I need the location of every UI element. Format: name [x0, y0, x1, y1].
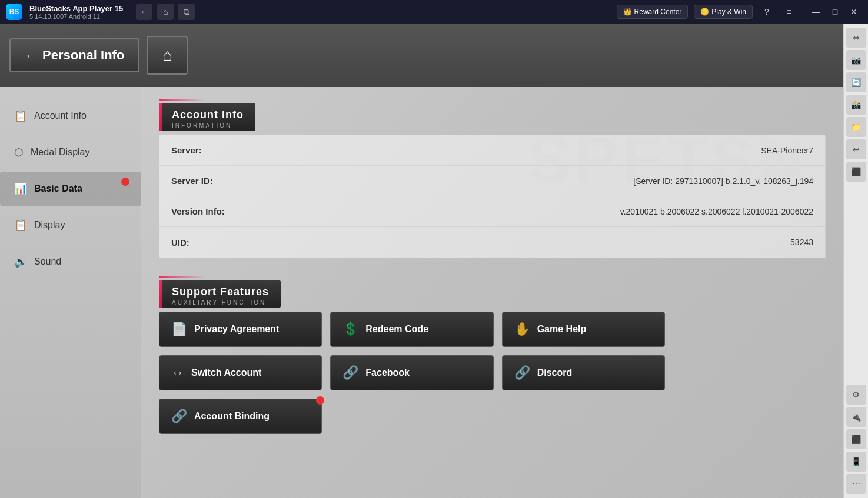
version-info-label: Version Info: — [171, 206, 265, 216]
discord-button[interactable]: 🔗 Discord — [502, 355, 665, 390]
right-sidebar-btn-4[interactable]: 📸 — [846, 95, 866, 115]
uid-label: UID: — [171, 238, 265, 248]
discord-label: Discord — [537, 367, 573, 378]
display-icon: 📋 — [14, 219, 27, 232]
server-value: SEA-Pioneer7 — [265, 146, 813, 155]
close-button[interactable]: ✕ — [846, 4, 862, 20]
sidebar-item-label: Account Info — [34, 111, 87, 121]
privacy-agreement-icon: 📄 — [171, 322, 187, 337]
right-sidebar-btn-9[interactable]: 🔌 — [846, 407, 866, 427]
minimize-button[interactable]: — — [808, 4, 824, 20]
app-name: BlueStacks App Player 15 — [29, 4, 123, 13]
app-logo: BS — [6, 4, 22, 20]
support-features-title-box: Support Features AUXILIARY FUNCTION — [162, 280, 281, 308]
play-win-button[interactable]: 🪙 Play & Win — [694, 5, 753, 19]
right-sidebar-btn-5[interactable]: 📁 — [846, 117, 866, 137]
top-bar: ← Personal Info ⌂ — [0, 24, 843, 87]
version-info-value: v.2010021 b.2006022 s.2006022 l.2010021-… — [265, 207, 813, 216]
sidebar-item-label: Sound — [34, 256, 61, 267]
right-sidebar-btn-3[interactable]: 🔄 — [846, 72, 866, 92]
right-sidebar-btn-2[interactable]: 📷 — [846, 50, 866, 70]
game-help-button[interactable]: ✋ Game Help — [502, 312, 665, 347]
account-binding-button[interactable]: 🔗 Account Binding — [159, 399, 322, 434]
server-label: Server: — [171, 145, 265, 155]
account-binding-label: Account Binding — [194, 411, 270, 422]
nav-copy-button[interactable]: ⧉ — [178, 4, 195, 20]
title-bar: BS BlueStacks App Player 15 5.14.10.1007… — [0, 0, 868, 24]
right-sidebar-btn-12[interactable]: ⋯ — [846, 474, 866, 494]
nav-back-button[interactable]: ← — [136, 4, 152, 20]
facebook-label: Facebook — [365, 367, 410, 378]
sidebar-item-display[interactable]: 📋 Display — [0, 208, 141, 242]
back-arrow-icon: ← — [25, 49, 36, 62]
main-area: ← Personal Info ⌂ 📋 Account Info ⬡ Medal… — [0, 24, 843, 498]
facebook-button[interactable]: 🔗 Facebook — [330, 355, 493, 390]
personal-info-title: Personal Info — [42, 48, 124, 63]
sidebar-item-label: Medal Display — [31, 147, 89, 158]
basic-data-badge — [121, 178, 129, 186]
right-sidebar-btn-7[interactable]: ⬛ — [846, 162, 866, 182]
game-help-label: Game Help — [537, 324, 587, 335]
sidebar-item-medal-display[interactable]: ⬡ Medal Display — [0, 135, 141, 169]
switch-account-icon: ↔ — [171, 365, 184, 380]
game-help-icon: ✋ — [514, 322, 530, 337]
sound-icon: 🔊 — [14, 255, 27, 268]
uid-row: UID: 53243 — [159, 227, 825, 258]
support-features-section-header: Support Features AUXILIARY FUNCTION — [159, 280, 826, 308]
nav-home-button[interactable]: ⌂ — [157, 4, 174, 20]
app-version: 5.14.10.1007 Android 11 — [29, 13, 123, 20]
title-bar-right: 👑 Reward Center 🪙 Play & Win ? ≡ — □ ✕ — [617, 4, 862, 20]
redeem-code-label: Redeem Code — [365, 324, 428, 335]
reward-center-button[interactable]: 👑 Reward Center — [617, 5, 689, 19]
right-sidebar: ⇔ 📷 🔄 📸 📁 ↩ ⬛ ⚙ 🔌 ⬛ 📱 ⋯ — [843, 24, 868, 498]
left-sidebar: 📋 Account Info ⬡ Medal Display 📊 Basic D… — [0, 87, 141, 498]
nav-buttons: ← ⌂ ⧉ — [136, 4, 195, 20]
account-info-section-title: Account Info — [172, 109, 244, 121]
sidebar-item-label: Display — [34, 220, 65, 230]
account-info-section-header: Account Info INFORMATION — [159, 103, 826, 131]
server-id-row: Server ID: [Server ID: 2971310007] b.2.1… — [159, 166, 825, 196]
right-sidebar-btn-6[interactable]: ↩ — [846, 139, 866, 159]
window-controls: — □ ✕ — [808, 4, 862, 20]
crown-icon: 👑 — [623, 8, 632, 16]
account-info-table: Server: SEA-Pioneer7 Server ID: [Server … — [159, 135, 826, 258]
support-features-divider — [159, 276, 206, 278]
redeem-code-button[interactable]: 💲 Redeem Code — [330, 312, 493, 347]
maximize-button[interactable]: □ — [827, 4, 843, 20]
sidebar-item-label: Basic Data — [34, 183, 82, 194]
right-sidebar-btn-8[interactable]: ⚙ — [846, 385, 866, 405]
account-binding-badge — [316, 396, 324, 405]
facebook-icon: 🔗 — [342, 365, 358, 380]
privacy-agreement-button[interactable]: 📄 Privacy Agreement — [159, 312, 322, 347]
menu-button[interactable]: ≡ — [781, 4, 797, 20]
home-button[interactable]: ⌂ — [147, 36, 188, 75]
version-info-row: Version Info: v.2010021 b.2006022 s.2006… — [159, 196, 825, 227]
sidebar-item-sound[interactable]: 🔊 Sound — [0, 245, 141, 279]
account-info-title-box: Account Info INFORMATION — [162, 103, 255, 131]
privacy-agreement-label: Privacy Agreement — [194, 324, 279, 335]
home-icon: ⌂ — [162, 46, 172, 65]
right-sidebar-btn-10[interactable]: ⬛ — [846, 429, 866, 449]
server-id-value: [Server ID: 2971310007] b.2.1.0_v. 10826… — [265, 176, 813, 186]
help-button[interactable]: ? — [759, 4, 775, 20]
support-features-section-title: Support Features — [172, 286, 269, 298]
account-binding-icon: 🔗 — [171, 409, 187, 424]
personal-info-button[interactable]: ← Personal Info — [9, 38, 139, 72]
sidebar-item-account-info[interactable]: 📋 Account Info — [0, 99, 141, 133]
coin-icon: 🪙 — [700, 8, 709, 16]
features-grid: 📄 Privacy Agreement 💲 Redeem Code ✋ Game… — [159, 312, 665, 434]
account-info-divider — [159, 99, 206, 101]
sidebar-item-basic-data[interactable]: 📊 Basic Data — [0, 172, 141, 206]
basic-data-icon: 📊 — [14, 182, 27, 195]
switch-account-button[interactable]: ↔ Switch Account — [159, 355, 322, 390]
redeem-code-icon: 💲 — [342, 322, 358, 337]
account-info-section-subtitle: INFORMATION — [172, 122, 244, 129]
uid-value: 53243 — [265, 238, 813, 247]
main-content: SPETSN Account Info INFORMATION Server: … — [141, 87, 843, 498]
account-info-icon: 📋 — [14, 109, 27, 122]
right-sidebar-btn-11[interactable]: 📱 — [846, 452, 866, 472]
right-sidebar-btn-1[interactable]: ⇔ — [846, 28, 866, 48]
server-id-label: Server ID: — [171, 176, 265, 186]
switch-account-label: Switch Account — [191, 367, 261, 378]
medal-display-icon: ⬡ — [14, 146, 24, 159]
